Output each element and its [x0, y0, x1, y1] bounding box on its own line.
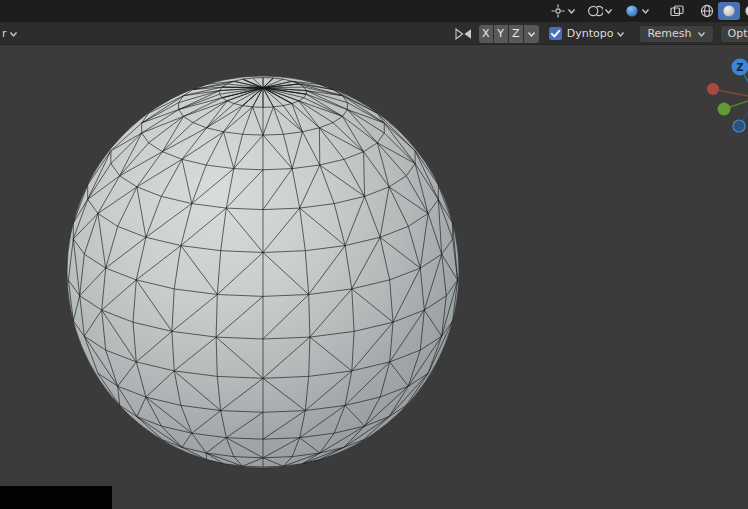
chevron-down-icon — [697, 26, 706, 42]
left-truncated-dropdown[interactable]: r — [2, 25, 18, 42]
svg-text:Z: Z — [736, 62, 743, 73]
symmetry-y-toggle[interactable]: Y — [494, 25, 508, 43]
toggle-xray-button[interactable] — [667, 2, 687, 20]
dyntopo-label: Dyntopo — [567, 27, 614, 40]
sculpt-options-controls: X Y Z Dyntopo Remesh — [454, 24, 748, 43]
xray-shading-dropdown[interactable] — [622, 2, 652, 20]
blue-sphere-icon — [624, 3, 640, 19]
blender-3d-viewport-window: { "colors": { "topbar_bg": "#1d1d1d", "t… — [0, 0, 748, 509]
material-sphere-icon — [743, 3, 748, 19]
symmetry-button[interactable] — [454, 26, 473, 42]
symmetry-x-toggle[interactable]: X — [479, 25, 493, 43]
viewport-3d[interactable]: Z — [0, 45, 748, 509]
sculpted-sphere-object[interactable] — [0, 45, 748, 509]
left-truncated-label: r — [2, 27, 7, 40]
show-overlays-dropdown[interactable] — [585, 2, 615, 20]
dyntopo-dropdown[interactable]: Dyntopo — [567, 26, 626, 42]
viewport-shading-group — [696, 2, 748, 20]
chevron-down-icon — [527, 26, 536, 42]
symmetry-z-toggle[interactable]: Z — [509, 25, 523, 43]
shading-material-button[interactable] — [740, 2, 748, 20]
shading-wireframe-button[interactable] — [696, 2, 718, 20]
remesh-dropdown-button[interactable]: Remesh — [639, 25, 713, 43]
show-gizmo-dropdown[interactable] — [548, 2, 578, 20]
mirror-butterfly-icon — [454, 26, 473, 42]
navigation-gizmo[interactable]: Z — [695, 50, 748, 150]
chevron-down-icon — [641, 3, 650, 19]
gizmo-icon — [550, 3, 566, 19]
options-dropdown-button[interactable]: Options — [720, 25, 748, 43]
chevron-down-icon — [9, 26, 18, 42]
overlays-icon — [587, 3, 603, 19]
symmetry-axis-toggles: X Y Z — [479, 25, 539, 43]
chevron-down-icon — [567, 3, 576, 19]
options-label: Options — [728, 27, 748, 40]
remesh-label: Remesh — [647, 27, 691, 40]
checkmark-icon — [549, 27, 562, 40]
symmetry-dropdown-button[interactable] — [524, 25, 539, 43]
bottom-left-panel — [0, 486, 112, 509]
wireframe-globe-icon — [699, 3, 715, 19]
chevron-down-icon — [616, 26, 625, 42]
shading-solid-button[interactable] — [718, 2, 740, 20]
solid-sphere-icon — [721, 3, 737, 19]
xray-overlapping-squares-icon — [669, 3, 685, 19]
dyntopo-checkbox[interactable] — [549, 27, 562, 40]
viewport-header — [0, 0, 748, 22]
header-right-controls — [548, 2, 748, 20]
tool-settings-bar: r X Y Z Dyntopo — [0, 22, 748, 45]
chevron-down-icon — [604, 3, 613, 19]
